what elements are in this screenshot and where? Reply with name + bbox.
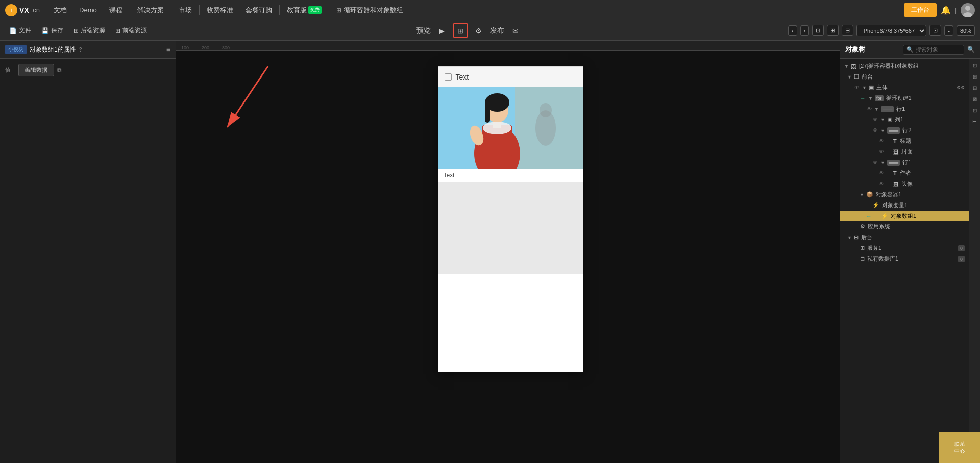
svg-point-15 bbox=[483, 122, 511, 134]
database-icon: ⊟ bbox=[860, 255, 865, 262]
user-avatar[interactable] bbox=[961, 3, 975, 17]
file-icon: 📄 bbox=[9, 27, 17, 34]
eye-icon-main[interactable]: 👁 bbox=[853, 85, 861, 90]
nav-item-docs[interactable]: 文档 bbox=[47, 0, 73, 20]
edit-data-button[interactable]: 编辑数据 bbox=[18, 64, 54, 76]
search-icon: 🔍 bbox=[906, 46, 914, 53]
eye-icon-col1[interactable]: 👁 bbox=[872, 117, 879, 122]
nav-item-pricing[interactable]: 收费标准 bbox=[201, 0, 239, 20]
tree-label-avatar: 头像 bbox=[901, 180, 965, 188]
help-icon[interactable]: ? bbox=[79, 47, 82, 53]
tree-item-obj-var[interactable]: ⚡ 对象变量1 bbox=[840, 200, 969, 211]
small-module-tag[interactable]: 小模块 bbox=[5, 45, 27, 54]
save-button[interactable]: 💾 保存 bbox=[37, 24, 67, 37]
phone-checkbox[interactable] bbox=[445, 73, 452, 81]
device-selector[interactable]: iPhone6/7/8 375*667 bbox=[856, 25, 926, 36]
tree-item-main[interactable]: 👁 ▼ ▣ 主体 ⚙⚙ bbox=[840, 82, 969, 93]
ruler-300: 300 bbox=[222, 45, 242, 50]
frontend-resource-button[interactable]: ⊞ 前端资源 bbox=[111, 24, 151, 37]
tree-item-title-text[interactable]: 👁 T 标题 bbox=[840, 136, 969, 146]
tree-item-row1[interactable]: 👁 ▼ ═══ 行1 bbox=[840, 104, 969, 114]
database-badge: 0 bbox=[958, 256, 965, 262]
tree-item-cover-image[interactable]: 👁 🖼 封面 bbox=[840, 146, 969, 157]
nav-item-courses[interactable]: 课程 bbox=[103, 0, 129, 20]
layout-button[interactable]: ⊞ bbox=[453, 23, 468, 38]
tree-item-backend[interactable]: ▼ ⊟ 后台 bbox=[840, 232, 969, 243]
nav-prev-button[interactable]: ‹ bbox=[788, 25, 797, 36]
tree-item-loop[interactable]: → ▼ for 循环创建1 bbox=[840, 93, 969, 104]
tree-item-service[interactable]: ⊞ 服务1 0 bbox=[840, 243, 969, 253]
tree-label-obj-array: 对象数组1 bbox=[891, 212, 965, 220]
logo[interactable]: i VX .cn bbox=[5, 4, 40, 16]
expand-icon-17: ▼ bbox=[847, 235, 852, 240]
eye-icon-row2[interactable]: 👁 bbox=[872, 127, 879, 133]
deploy-button[interactable]: 发布 bbox=[489, 23, 505, 38]
zoom-out-button[interactable]: - bbox=[944, 25, 953, 36]
notification-bell-icon[interactable]: 🔔 bbox=[941, 5, 951, 15]
tree-item-root[interactable]: ▼ 🖼 [27]循环容器和对象数组 bbox=[840, 61, 969, 71]
panel-menu-icon[interactable]: ≡ bbox=[166, 45, 170, 54]
expand-icon-2: ▼ bbox=[847, 74, 852, 80]
nav-item-solutions[interactable]: 解决方案 bbox=[131, 0, 170, 20]
side-icon-6[interactable]: ⊢ bbox=[970, 117, 979, 126]
arrow-icon: → bbox=[860, 95, 866, 102]
file-button[interactable]: 📄 文件 bbox=[5, 24, 35, 37]
copy-icon[interactable]: ⧉ bbox=[57, 67, 62, 74]
expand-icon-6: ▼ bbox=[880, 117, 886, 122]
preview-button[interactable]: 预览 bbox=[416, 23, 431, 38]
col1-icon: ▣ bbox=[887, 116, 892, 123]
tree-label-col1: 列1 bbox=[895, 116, 965, 123]
eye-icon-row1[interactable]: 👁 bbox=[866, 106, 873, 112]
tree-item-app-system[interactable]: ⚙ 应用系统 bbox=[840, 221, 969, 232]
tree-item-obj-array[interactable]: ← ⚡ 对象数组1 bbox=[840, 211, 969, 221]
eye-icon-title[interactable]: 👁 bbox=[878, 138, 885, 144]
svg-point-1 bbox=[965, 6, 970, 11]
tree-item-row2[interactable]: 👁 ▼ ═══ 行2 bbox=[840, 125, 969, 136]
toolbar-center: 预览 ▶ ⊞ ⚙ 发布 ✉ bbox=[153, 23, 786, 38]
side-icon-3[interactable]: ⊟ bbox=[970, 83, 979, 92]
nav-item-demo[interactable]: Demo bbox=[73, 0, 103, 20]
eye-icon-row1b[interactable]: 👁 bbox=[872, 160, 879, 165]
side-icon-4[interactable]: ⊠ bbox=[970, 94, 979, 104]
eye-icon-author[interactable]: 👁 bbox=[878, 170, 885, 176]
tree-item-avatar[interactable]: 👁 🖼 头像 bbox=[840, 178, 969, 189]
contact-center-button[interactable]: 联系 中心 bbox=[939, 432, 980, 463]
eye-icon-avatar[interactable]: 👁 bbox=[878, 181, 885, 187]
nav-item-project-title[interactable]: ⊞ 循环容器和对象数组 bbox=[330, 0, 409, 20]
backend-resource-button[interactable]: ⊞ 后端资源 bbox=[69, 24, 109, 37]
send-button[interactable]: ✉ bbox=[508, 23, 523, 38]
side-icon-5[interactable]: ⊡ bbox=[970, 106, 979, 115]
side-icon-1[interactable]: ⊡ bbox=[970, 61, 979, 70]
tree-label-obj-var: 对象变量1 bbox=[882, 201, 965, 209]
tree-label-main: 主体 bbox=[876, 84, 955, 91]
tree-item-frontend[interactable]: ▼ ☐ 前台 bbox=[840, 71, 969, 82]
search-input[interactable] bbox=[916, 46, 961, 53]
nav-next-button[interactable]: › bbox=[800, 25, 810, 36]
top-navigation: i VX .cn 文档 Demo 课程 解决方案 市场 收费标准 套餐订购 教育… bbox=[0, 0, 980, 20]
frontend-icon: ⊞ bbox=[115, 27, 120, 34]
root-icon: 🖼 bbox=[851, 63, 856, 69]
toolbar-icon3[interactable]: ⊟ bbox=[842, 25, 853, 36]
nav-item-packages[interactable]: 套餐订购 bbox=[239, 0, 278, 20]
play-button[interactable]: ▶ bbox=[434, 23, 450, 38]
backend-icon: ⊞ bbox=[74, 27, 79, 34]
tree-item-col1[interactable]: 👁 ▼ ▣ 列1 bbox=[840, 114, 969, 125]
fullscreen-button[interactable]: ⊡ bbox=[929, 25, 941, 36]
tree-item-author[interactable]: 👁 T 作者 bbox=[840, 168, 969, 178]
toolbar-icon1[interactable]: ⊡ bbox=[812, 25, 824, 36]
config-button[interactable]: ⚙ bbox=[471, 23, 486, 38]
workspace-button[interactable]: 工作台 bbox=[904, 3, 937, 17]
tree-item-database[interactable]: ⊟ 私有数据库1 0 bbox=[840, 253, 969, 264]
cover-icon: 🖼 bbox=[893, 149, 899, 155]
search-box[interactable]: 🔍 bbox=[903, 45, 965, 55]
tree-item-row1b[interactable]: 👁 ▼ ═══ 行1 bbox=[840, 157, 969, 168]
expand-icon-13: ▼ bbox=[860, 192, 865, 197]
phone-frame: Text bbox=[438, 66, 583, 372]
nav-item-market[interactable]: 市场 bbox=[173, 0, 198, 20]
search-expand-icon[interactable]: 🔍 bbox=[967, 46, 975, 53]
nav-item-education[interactable]: 教育版 免费 bbox=[281, 0, 328, 20]
toolbar-icon2[interactable]: ⊞ bbox=[827, 25, 839, 36]
eye-icon-cover[interactable]: 👁 bbox=[878, 149, 885, 155]
tree-item-obj-container[interactable]: ▼ 📦 对象容器1 bbox=[840, 189, 969, 200]
side-icon-2[interactable]: ⊞ bbox=[970, 72, 979, 81]
